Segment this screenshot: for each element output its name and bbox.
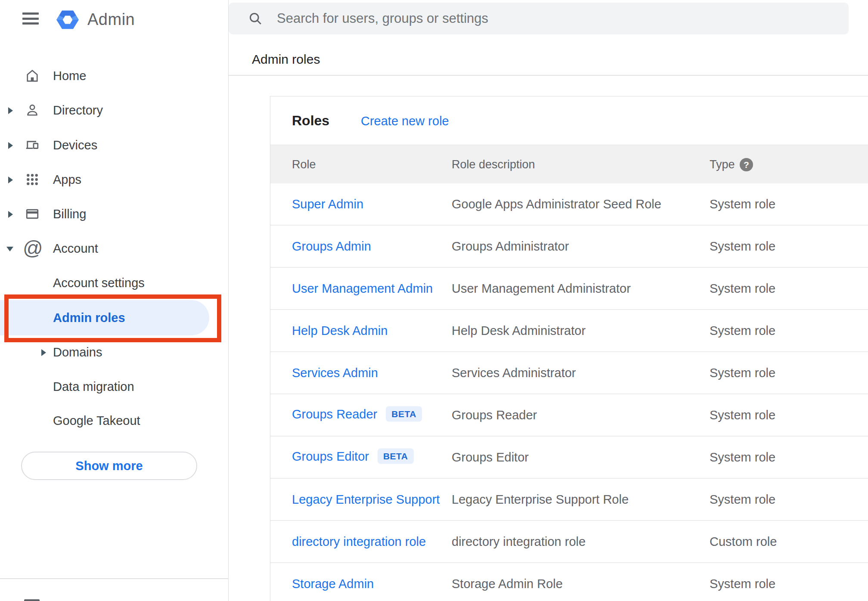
- role-type: System role: [710, 408, 775, 422]
- role-description: Groups Administrator: [452, 239, 569, 254]
- table-header: Role Role description Type ?: [270, 145, 868, 183]
- credit-card-icon: [25, 206, 40, 222]
- role-description: Services Administrator: [452, 366, 576, 380]
- at-sign-icon: @: [23, 240, 40, 256]
- beta-badge: BETA: [386, 406, 422, 422]
- sidebar-item-domains[interactable]: Domains: [0, 335, 229, 369]
- role-description: Google Apps Administrator Seed Role: [452, 197, 661, 211]
- column-header-description: Role description: [452, 158, 535, 171]
- role-link[interactable]: User Management Admin: [292, 282, 433, 295]
- show-more-button[interactable]: Show more: [21, 452, 197, 480]
- role-link[interactable]: directory integration role: [292, 535, 426, 548]
- table-rows: Super AdminGoogle Apps Administrator See…: [270, 183, 868, 601]
- sidebar-item-home[interactable]: Home: [0, 59, 229, 93]
- role-description: Storage Admin Role: [452, 577, 563, 591]
- card-title: Roles: [292, 113, 329, 129]
- role-link[interactable]: Storage Admin: [292, 577, 374, 591]
- help-icon[interactable]: ?: [740, 158, 753, 171]
- table-row: Super AdminGoogle Apps Administrator See…: [270, 183, 868, 226]
- sidebar-item-label: Billing: [53, 207, 86, 221]
- sidebar-item-directory[interactable]: Directory: [0, 93, 229, 127]
- role-type: System role: [710, 577, 775, 591]
- sidebar-item-admin-roles[interactable]: Admin roles: [0, 300, 209, 335]
- role-type: System role: [710, 324, 775, 338]
- sidebar-item-label: Domains: [53, 345, 102, 359]
- sidebar-item-label: Data migration: [53, 380, 134, 394]
- sidebar-item-label: Directory: [53, 103, 103, 118]
- sidebar-item-google-takeout[interactable]: Google Takeout: [0, 403, 229, 438]
- chevron-right-icon[interactable]: [8, 142, 13, 149]
- breadcrumb: Admin roles: [252, 52, 320, 67]
- beta-badge: BETA: [378, 449, 414, 464]
- role-description: Groups Editor: [452, 450, 529, 465]
- partial-bottom-icon: [24, 599, 40, 601]
- role-description: directory integration role: [452, 535, 586, 549]
- role-link[interactable]: Groups Editor: [292, 449, 369, 463]
- role-type: System role: [710, 197, 775, 211]
- table-row: Groups ReaderBETAGroups ReaderSystem rol…: [270, 394, 868, 437]
- sidebar-item-label: Account: [53, 242, 98, 256]
- topbar-divider: [229, 75, 868, 76]
- sidebar-item-apps[interactable]: Apps: [0, 162, 229, 197]
- role-link[interactable]: Help Desk Admin: [292, 324, 388, 338]
- role-type: System role: [710, 450, 775, 465]
- role-type: System role: [710, 366, 775, 380]
- roles-card: Roles Create new role Role Role descript…: [270, 96, 868, 601]
- sidebar: Admin Home Directory: [0, 0, 229, 601]
- role-type: System role: [710, 493, 775, 507]
- role-link[interactable]: Services Admin: [292, 366, 378, 380]
- sidebar-item-billing[interactable]: Billing: [0, 197, 229, 231]
- person-icon: [25, 102, 40, 118]
- table-row: directory integration roledirectory inte…: [270, 521, 868, 563]
- search-input[interactable]: [277, 3, 837, 34]
- create-new-role-link[interactable]: Create new role: [361, 114, 449, 128]
- role-description: Legacy Enterprise Support Role: [452, 493, 629, 507]
- table-row: Help Desk AdminHelp Desk AdministratorSy…: [270, 310, 868, 352]
- sidebar-item-account-settings[interactable]: Account settings: [0, 266, 229, 300]
- search-bar: [229, 3, 849, 34]
- sidebar-item-data-migration[interactable]: Data migration: [0, 369, 229, 404]
- hamburger-menu-icon[interactable]: [22, 12, 39, 25]
- column-header-type: Type: [710, 158, 735, 171]
- apps-grid-icon: [25, 172, 40, 187]
- sidebar-item-label: Google Takeout: [53, 414, 140, 428]
- table-row: Legacy Enterprise SupportLegacy Enterpri…: [270, 479, 868, 521]
- admin-logo-icon: [54, 6, 81, 33]
- chevron-right-icon[interactable]: [8, 211, 13, 218]
- sidebar-item-label: Admin roles: [53, 311, 125, 325]
- role-description: User Management Administrator: [452, 282, 631, 296]
- role-link[interactable]: Groups Reader: [292, 407, 377, 421]
- sidebar-item-label: Home: [53, 69, 86, 83]
- search-icon: [248, 11, 263, 26]
- app-title: Admin: [87, 10, 135, 29]
- sidebar-bottom-divider: [0, 578, 229, 579]
- devices-icon: [25, 137, 40, 153]
- table-row: Groups AdminGroups AdministratorSystem r…: [270, 226, 868, 268]
- table-row: User Management AdminUser Management Adm…: [270, 268, 868, 310]
- sidebar-item-label: Devices: [53, 138, 97, 152]
- sidebar-item-account[interactable]: @ Account: [0, 231, 229, 266]
- role-link[interactable]: Legacy Enterprise Support: [292, 493, 440, 506]
- role-type: Custom role: [710, 535, 777, 549]
- role-link[interactable]: Super Admin: [292, 197, 363, 211]
- chevron-right-icon[interactable]: [8, 177, 13, 183]
- sidebar-item-label: Account settings: [53, 276, 145, 290]
- sidebar-item-label: Apps: [53, 173, 81, 187]
- chevron-right-icon[interactable]: [41, 349, 46, 356]
- chevron-down-icon[interactable]: [6, 247, 13, 251]
- role-type: System role: [710, 239, 775, 254]
- chevron-right-icon[interactable]: [8, 107, 13, 114]
- table-row: Storage AdminStorage Admin RoleSystem ro…: [270, 563, 868, 601]
- table-row: Groups EditorBETAGroups EditorSystem rol…: [270, 437, 868, 479]
- role-description: Help Desk Administrator: [452, 324, 586, 338]
- role-link[interactable]: Groups Admin: [292, 239, 371, 253]
- column-header-role: Role: [292, 158, 316, 171]
- home-icon: [25, 68, 40, 84]
- sidebar-item-devices[interactable]: Devices: [0, 128, 229, 162]
- role-type: System role: [710, 282, 775, 296]
- role-description: Groups Reader: [452, 408, 537, 422]
- table-row: Services AdminServices AdministratorSyst…: [270, 352, 868, 394]
